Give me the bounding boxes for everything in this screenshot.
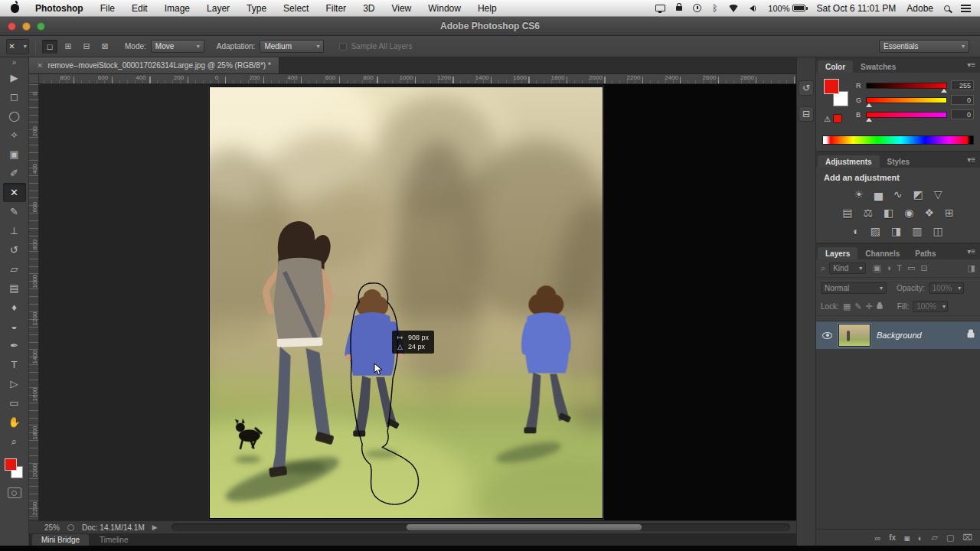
type-tool[interactable]: T (3, 355, 26, 374)
menu-clock[interactable]: Sat Oct 6 11:01 PM (816, 3, 896, 14)
filter-type-icon[interactable]: T (897, 263, 902, 273)
filter-pixel-icon[interactable]: ▣ (873, 263, 880, 273)
filter-smart-icon[interactable]: ⊡ (920, 263, 927, 273)
close-tab-icon[interactable]: ✕ (37, 61, 43, 70)
horizontal-ruler[interactable]: 8006004002000200400600800100012001400160… (29, 74, 796, 84)
menu-item[interactable]: Window (420, 0, 469, 17)
document-tab[interactable]: ✕ remove--moveiStock_000017026314Large.j… (29, 57, 279, 73)
slider-track[interactable] (866, 97, 947, 103)
clone-stamp-tool[interactable]: ⊥ (3, 221, 26, 240)
menu-item[interactable]: Layer (198, 0, 238, 17)
levels-icon[interactable]: ▅ (874, 187, 883, 201)
vibrance-icon[interactable]: ▽ (934, 187, 942, 201)
gradient-map-icon[interactable]: ▥ (912, 224, 922, 238)
blend-mode-dropdown[interactable]: Normal▾ (821, 282, 887, 294)
menu-item[interactable]: View (383, 0, 420, 17)
filter-picker-icon[interactable]: ⌕ (821, 263, 825, 273)
lasso-tool[interactable]: ◯ (3, 106, 26, 126)
pen-tool[interactable]: ✒ (3, 336, 26, 355)
dodge-tool[interactable]: ◒ (3, 317, 26, 336)
bottom-tab[interactable]: Timeline (90, 534, 137, 546)
menu-item[interactable]: Help (469, 0, 505, 17)
slider-thumb[interactable] (866, 118, 872, 122)
channel-value-field[interactable]: 0 (951, 109, 974, 119)
lock-icon[interactable] (676, 6, 682, 11)
panel-menu-icon[interactable]: ▾≡ (967, 155, 975, 164)
delete-layer-icon[interactable]: ⌧ (962, 533, 972, 543)
color-lookup-icon[interactable]: ⊞ (945, 206, 954, 220)
fill-field[interactable]: 100%▾ (913, 301, 948, 312)
spotlight-icon[interactable] (944, 5, 950, 11)
menu-item[interactable]: Type (238, 0, 275, 17)
lock-pixels-icon[interactable]: ✎ (854, 302, 861, 311)
active-app-name[interactable]: Adobe (906, 3, 933, 14)
quick-selection-tool[interactable]: ✧ (3, 126, 26, 145)
workspace-dropdown[interactable]: Essentials▾ (879, 40, 969, 53)
properties-panel-icon[interactable]: ⊟ (799, 106, 814, 122)
content-aware-move-tool[interactable]: ✕ (3, 183, 26, 202)
subtract-selection-mode[interactable]: ⊟ (79, 40, 94, 54)
document-size-readout[interactable]: Doc: 14.1M/14.1M (82, 523, 145, 532)
sample-all-layers-checkbox[interactable]: Sample All Layers (339, 42, 412, 51)
menu-item[interactable]: Photoshop (27, 0, 92, 17)
adaptation-dropdown[interactable]: Medium▾ (260, 40, 324, 53)
channel-value-field[interactable]: 0 (951, 95, 974, 105)
time-machine-icon[interactable] (693, 4, 701, 12)
hue-saturation-icon[interactable]: ▤ (842, 206, 852, 220)
marquee-tool[interactable]: ◻ (3, 87, 26, 106)
panel-tab[interactable]: Color (818, 60, 853, 73)
panel-tab[interactable]: Swatches (853, 60, 903, 73)
slider-thumb[interactable] (941, 89, 947, 93)
history-panel-icon[interactable]: ↺ (799, 80, 814, 96)
hand-tool[interactable]: ✋ (3, 412, 26, 432)
bottom-tab[interactable]: Mini Bridge (32, 534, 89, 546)
toolbar-collapse-chevron[interactable]: » (12, 57, 17, 68)
zoom-level-field[interactable]: 25% (44, 523, 60, 532)
volume-icon[interactable] (750, 5, 757, 11)
layer-row-background[interactable]: Background (816, 321, 980, 349)
quick-mask-button[interactable] (8, 487, 21, 498)
vertical-ruler[interactable]: 0200400600800100012001400160018002000220… (29, 84, 39, 520)
filter-toggle-icon[interactable]: ◨ (968, 263, 975, 273)
new-selection-mode[interactable]: □ (42, 40, 57, 54)
opacity-field[interactable]: 100%▾ (929, 282, 964, 294)
panel-menu-icon[interactable]: ▾≡ (967, 60, 975, 69)
move-tool[interactable]: ▶ (3, 68, 26, 87)
channel-value-field[interactable]: 255 (951, 80, 974, 90)
blur-tool[interactable]: ♦ (3, 298, 26, 317)
lock-position-icon[interactable]: ✛ (866, 302, 873, 311)
curves-icon[interactable]: ∿ (893, 187, 903, 201)
menu-item[interactable]: Image (156, 0, 198, 17)
add-selection-mode[interactable]: ⊞ (60, 40, 76, 54)
color-balance-icon[interactable]: ⚖ (863, 206, 873, 220)
notification-center-icon[interactable] (961, 5, 971, 12)
foreground-color-swatch[interactable] (5, 458, 17, 471)
threshold-icon[interactable]: ◨ (891, 224, 901, 238)
status-popup-arrow[interactable]: ▶ (152, 523, 158, 531)
panel-tab[interactable]: Adjustments (818, 155, 880, 168)
layer-thumbnail[interactable] (838, 324, 871, 347)
exposure-icon[interactable]: ◩ (913, 187, 923, 201)
black-white-icon[interactable]: ◧ (884, 206, 893, 220)
mode-dropdown[interactable]: Move▾ (151, 40, 204, 53)
zoom-window-button[interactable] (37, 22, 45, 31)
wifi-icon[interactable] (728, 5, 739, 12)
crop-tool[interactable]: ▣ (3, 145, 26, 164)
new-group-icon[interactable]: ▱ (931, 533, 937, 543)
slider-track[interactable] (866, 83, 947, 89)
add-mask-icon[interactable]: ◙ (904, 533, 910, 543)
channel-mixer-icon[interactable]: ❖ (924, 206, 934, 220)
selective-color-icon[interactable]: ◫ (933, 224, 942, 238)
slider-track[interactable] (866, 112, 947, 118)
history-brush-tool[interactable]: ↺ (3, 240, 26, 259)
battery-indicator[interactable]: 100% (768, 4, 805, 13)
filter-adjustment-icon[interactable]: ◑ (887, 263, 892, 273)
intersect-selection-mode[interactable]: ⊠ (97, 40, 113, 54)
horizontal-scrollbar[interactable] (172, 523, 790, 531)
panel-tab[interactable]: Channels (858, 247, 907, 259)
eraser-tool[interactable]: ▱ (3, 259, 26, 279)
layer-style-icon[interactable]: fx (889, 533, 896, 542)
slider-thumb[interactable] (866, 103, 872, 107)
close-window-button[interactable] (8, 22, 16, 31)
panel-menu-icon[interactable]: ▾≡ (967, 247, 975, 256)
